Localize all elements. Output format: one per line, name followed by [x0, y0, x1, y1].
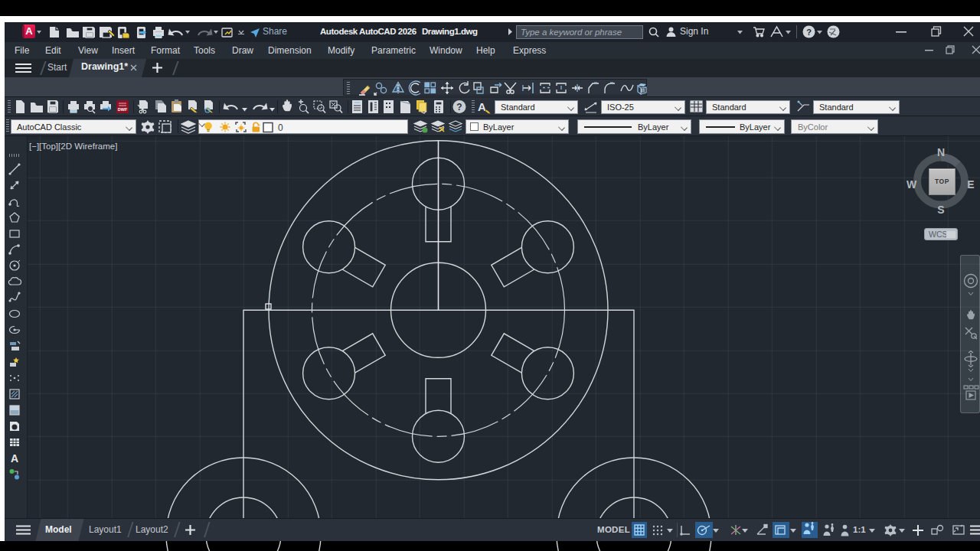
svg-text:E: E — [967, 178, 974, 191]
svg-text:A: A — [478, 100, 486, 113]
svg-text:N: N — [937, 146, 945, 158]
svg-text:?: ? — [806, 28, 812, 37]
svg-text:S: S — [937, 204, 944, 216]
svg-text:A: A — [11, 452, 18, 465]
svg-text:DWF: DWF — [118, 107, 128, 112]
svg-text:?: ? — [456, 102, 462, 112]
svg-text:W: W — [906, 178, 917, 191]
svg-text:0: 0 — [278, 122, 283, 133]
